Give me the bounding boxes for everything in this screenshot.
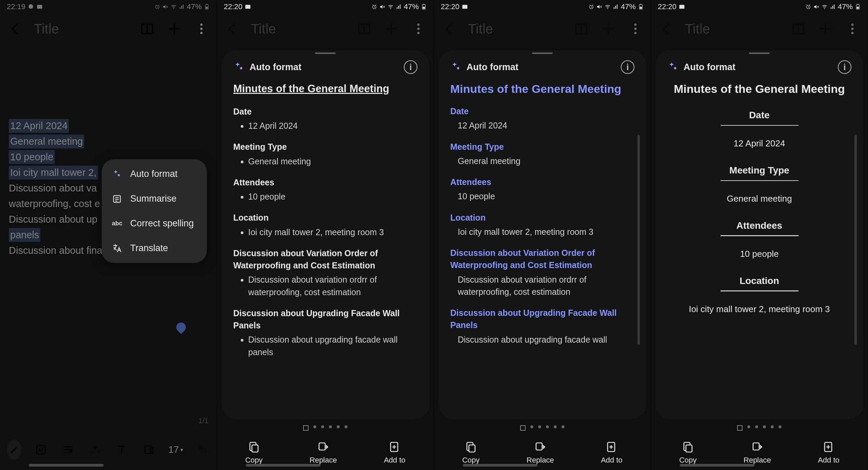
mute-icon: [596, 4, 603, 10]
reader-mode-button[interactable]: [790, 20, 807, 37]
section-label: Date: [450, 105, 634, 117]
section-label: Attendees: [450, 176, 634, 188]
add-button[interactable]: [166, 20, 183, 37]
checkbox-button[interactable]: [34, 440, 48, 460]
spell-icon: abc: [112, 219, 122, 229]
section-label: Location: [233, 211, 417, 224]
replace-button[interactable]: Replace: [744, 441, 771, 465]
pen-icon: [8, 444, 20, 455]
note-title-input[interactable]: Title: [468, 21, 563, 37]
sparkle-icon: [89, 444, 101, 455]
plus-icon: [818, 22, 832, 36]
reader-mode-button[interactable]: [139, 20, 156, 37]
nav-scrollbar[interactable]: [463, 464, 537, 467]
nav-scrollbar[interactable]: [29, 464, 103, 467]
add-button[interactable]: [817, 20, 834, 37]
more-button[interactable]: [627, 20, 644, 37]
menu-summarise[interactable]: Summarise: [112, 193, 197, 204]
lines-button[interactable]: [61, 440, 75, 460]
app-bar: Title: [434, 14, 651, 44]
drag-handle-icon[interactable]: —: [532, 50, 553, 55]
note-line: panels: [9, 228, 40, 242]
section-label: Discussion about Variation Order of Wate…: [450, 247, 634, 271]
menu-correct-spelling[interactable]: abcCorrect spelling: [112, 218, 197, 229]
sparkle-icon: [233, 61, 245, 73]
plus-icon: [601, 22, 615, 36]
info-button[interactable]: i: [838, 60, 851, 74]
panel-title: Auto format: [250, 62, 301, 73]
alarm-icon: [588, 4, 594, 10]
reader-mode-button[interactable]: [356, 20, 373, 37]
selection-handle-icon[interactable]: [174, 321, 188, 334]
info-button[interactable]: i: [404, 60, 417, 74]
replace-button[interactable]: Replace: [527, 441, 554, 465]
app-bar: Title: [0, 14, 217, 44]
status-battery: 47%: [621, 2, 636, 11]
note-title-input[interactable]: Title: [251, 21, 346, 37]
style-pagination[interactable]: [222, 419, 429, 437]
more-button[interactable]: [844, 20, 861, 37]
add-to-button[interactable]: Add to: [384, 441, 406, 465]
app-bar: Title: [217, 14, 434, 44]
back-button[interactable]: [658, 20, 675, 37]
status-bar: 22:20 47%: [651, 0, 868, 14]
messenger-icon: [27, 3, 34, 10]
attach-button[interactable]: [141, 440, 156, 460]
back-button[interactable]: [7, 20, 24, 37]
pen-button[interactable]: [7, 440, 21, 460]
style-pagination[interactable]: [439, 419, 646, 437]
note-title-input[interactable]: Title: [34, 21, 129, 37]
back-button[interactable]: [441, 20, 458, 37]
drag-handle-icon[interactable]: —: [749, 50, 770, 55]
vertical-scrollbar[interactable]: [854, 135, 857, 345]
add-to-button[interactable]: Add to: [601, 441, 623, 465]
nav-scrollbar[interactable]: [246, 464, 320, 467]
add-button[interactable]: [383, 20, 400, 37]
picture-icon: [244, 3, 251, 10]
mute-icon: [813, 4, 820, 10]
section-label: Meeting Type: [233, 141, 417, 153]
reader-icon: [357, 22, 371, 36]
drag-handle-icon[interactable]: —: [315, 50, 336, 55]
copy-button[interactable]: Copy: [462, 441, 479, 465]
font-size-selector[interactable]: 17▾: [168, 444, 183, 455]
add-button[interactable]: [600, 20, 617, 37]
battery-icon: [638, 4, 644, 10]
ai-context-menu: Auto format Summarise abcCorrect spellin…: [102, 159, 207, 263]
undo-button[interactable]: [195, 440, 210, 460]
style-pagination[interactable]: [656, 419, 863, 437]
back-button[interactable]: [224, 20, 241, 37]
status-battery: 47%: [838, 2, 853, 11]
menu-translate[interactable]: Translate: [112, 243, 197, 253]
plus-icon: [384, 22, 398, 36]
text-style-button[interactable]: [115, 440, 129, 460]
doc-heading: Minutes of the General Meeting: [667, 81, 851, 96]
status-bar: 22:19 47%: [0, 0, 217, 14]
section-label: Discussion about Upgrading Facade Wall P…: [450, 307, 634, 331]
panel-title: Auto format: [684, 62, 735, 73]
section-label: Attendees: [233, 176, 417, 188]
menu-auto-format[interactable]: Auto format: [112, 169, 197, 179]
status-time: 22:20: [658, 2, 676, 11]
info-button[interactable]: i: [621, 60, 634, 74]
signal-icon: [396, 4, 402, 10]
copy-button[interactable]: Copy: [679, 441, 696, 465]
app-bar: Title: [651, 14, 868, 44]
reader-mode-button[interactable]: [573, 20, 590, 37]
copy-button[interactable]: Copy: [245, 441, 262, 465]
vertical-scrollbar[interactable]: [637, 135, 640, 345]
ai-button[interactable]: [87, 440, 102, 460]
replace-button[interactable]: Replace: [310, 441, 337, 465]
back-icon: [225, 22, 239, 36]
status-battery: 47%: [187, 2, 202, 11]
status-time: 22:19: [7, 2, 25, 11]
section-label: Location: [667, 274, 851, 288]
note-title-input[interactable]: Title: [685, 21, 780, 37]
more-button[interactable]: [193, 20, 210, 37]
formatted-output: Minutes of the General Meeting Date12 Ap…: [450, 81, 634, 346]
nav-scrollbar[interactable]: [680, 464, 754, 467]
page-indicator: 1/1: [198, 416, 209, 425]
add-to-button[interactable]: Add to: [818, 441, 840, 465]
more-button[interactable]: [410, 20, 427, 37]
alarm-icon: [805, 4, 811, 10]
